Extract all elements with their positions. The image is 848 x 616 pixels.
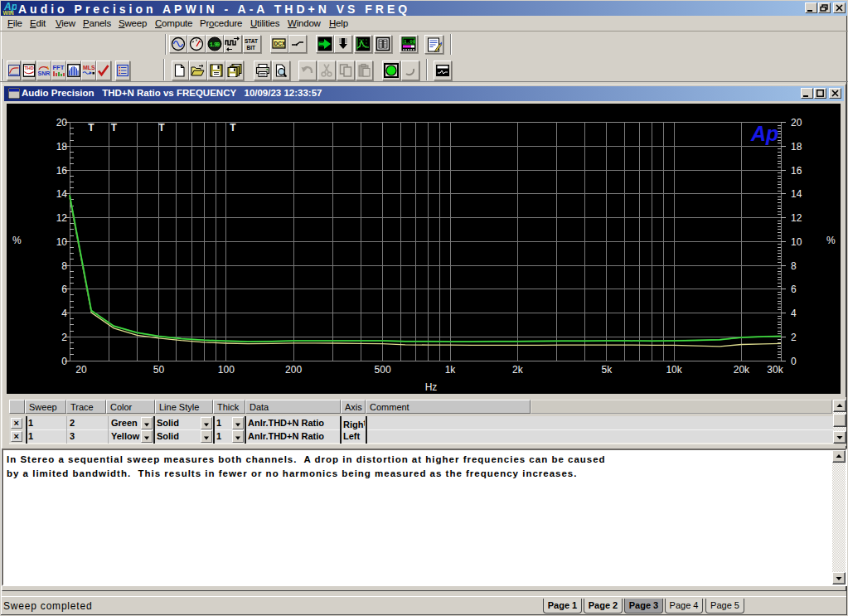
svg-text:20k: 20k [734,364,750,376]
svg-text:8: 8 [791,260,797,272]
svg-text:20: 20 [791,117,802,129]
svg-text:WIN: WIN [3,10,14,16]
svg-text:20: 20 [75,364,87,376]
svg-text:0: 0 [61,356,67,367]
svg-text:14: 14 [56,188,68,200]
svg-text:%: % [12,235,22,246]
svg-text:18: 18 [56,141,68,153]
svg-text:6: 6 [61,284,67,295]
svg-text:16: 16 [791,165,802,177]
svg-text:FFT: FFT [52,64,64,71]
svg-text:6: 6 [791,284,797,295]
svg-text:%: % [826,235,836,246]
svg-text:1.99: 1.99 [210,41,220,48]
svg-text:12: 12 [791,212,802,224]
svg-text:2: 2 [61,332,67,343]
svg-text:T: T [111,122,118,133]
svg-text:1.00: 1.00 [404,39,416,45]
svg-text:Hz: Hz [425,381,438,393]
svg-text:THD: THD [24,65,33,70]
svg-text:1k: 1k [445,364,457,376]
svg-text:T: T [230,122,236,133]
svg-text:12: 12 [56,212,68,224]
svg-text:30k: 30k [767,364,783,376]
svg-text:2k: 2k [512,364,524,376]
svg-text:SNR: SNR [37,70,50,76]
svg-text:5k: 5k [601,364,613,376]
svg-text:100: 100 [218,364,235,376]
svg-text:2: 2 [791,332,797,343]
svg-text:8: 8 [61,260,67,272]
svg-text:Ap: Ap [750,122,778,145]
svg-text:STAT: STAT [245,38,258,44]
svg-text:10k: 10k [666,364,682,376]
svg-text:DCX: DCX [274,41,286,46]
svg-text:T: T [158,122,165,133]
svg-text:BIT: BIT [247,45,256,51]
svg-text:18: 18 [791,141,802,153]
svg-text:200: 200 [285,364,302,376]
svg-text:500: 500 [375,364,391,376]
svg-text:4: 4 [61,308,67,319]
svg-text:16: 16 [56,165,68,177]
svg-text:T: T [88,122,94,133]
svg-text:50: 50 [153,364,165,376]
svg-text:20: 20 [56,117,68,129]
svg-text:0: 0 [791,356,797,367]
svg-text:10: 10 [791,236,802,248]
svg-text:MLS: MLS [83,65,95,70]
svg-text:14: 14 [791,188,802,200]
svg-text:4: 4 [791,308,797,319]
svg-text:10: 10 [56,236,68,248]
